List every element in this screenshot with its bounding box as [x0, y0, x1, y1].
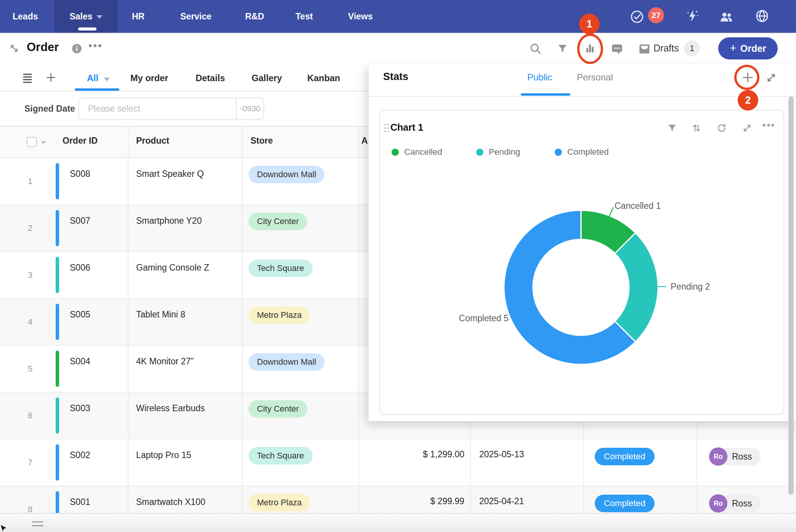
nav-item-test[interactable]: Test — [295, 0, 313, 33]
view-tab-all[interactable]: All — [87, 73, 98, 83]
product-cell[interactable]: Smart Speaker Q — [136, 169, 204, 179]
view-tab-kanban[interactable]: Kanban — [307, 73, 340, 83]
order-id-cell[interactable]: S007 — [70, 216, 90, 226]
table-footer — [0, 513, 796, 532]
expand-table-icon[interactable] — [8, 43, 20, 54]
collaborator-cell[interactable]: Ross Ro — [709, 494, 778, 513]
nav-item-views[interactable]: Views — [348, 0, 373, 33]
order-id-cell[interactable]: S003 — [70, 403, 90, 413]
product-cell[interactable]: Gaming Console Z — [136, 263, 209, 273]
product-cell[interactable]: Laptop Pro 15 — [136, 450, 191, 460]
chevron-down-icon[interactable] — [40, 138, 47, 146]
more-options-icon[interactable]: ••• — [88, 40, 103, 52]
stats-tab-personal[interactable]: Personal — [577, 72, 613, 83]
order-id-cell[interactable]: S001 — [70, 497, 90, 507]
view-tab-details[interactable]: Details — [196, 73, 225, 83]
signed-date-cell[interactable]: 2025-05-13 — [479, 449, 524, 460]
ai-sparkle-icon[interactable] — [685, 9, 700, 23]
legend-item-pending[interactable]: Pending — [476, 147, 520, 157]
globe-icon[interactable] — [755, 9, 769, 23]
donut-chart[interactable]: Cancelled 1Pending 2Completed 5 — [380, 161, 785, 415]
tasks-check-icon[interactable] — [630, 10, 644, 24]
store-tag[interactable]: Metro Plaza — [249, 494, 310, 511]
store-tag[interactable]: Downdown Mall — [249, 166, 324, 183]
column-header-store[interactable]: Store — [250, 136, 273, 146]
product-cell[interactable]: Smartphone Y20 — [136, 216, 202, 226]
store-tag[interactable]: Tech Square — [249, 447, 313, 465]
chart-filter-icon[interactable] — [667, 123, 677, 133]
donut-label-pending: Pending 2 — [671, 282, 710, 292]
chart-expand-icon[interactable] — [742, 123, 753, 133]
comment-icon[interactable] — [611, 43, 623, 55]
summary-handle-icon[interactable] — [32, 521, 43, 529]
order-id-cell[interactable]: S004 — [70, 356, 90, 367]
nav-item-sales[interactable]: Sales — [55, 0, 117, 33]
order-id-cell[interactable]: S005 — [70, 309, 90, 320]
filter-icon[interactable] — [557, 43, 568, 54]
drafts-icon[interactable] — [638, 43, 651, 55]
store-tag[interactable]: Downdown Mall — [249, 353, 324, 371]
status-badge[interactable]: Completed — [595, 495, 655, 512]
table-row[interactable]: 7 S002 Laptop Pro 15 Tech Square $ 1,299… — [0, 439, 796, 486]
status-badge[interactable]: Completed — [595, 448, 655, 465]
column-header-amount-partial[interactable]: A — [361, 136, 368, 146]
column-divider — [358, 126, 359, 513]
order-id-cell[interactable]: S002 — [70, 450, 90, 460]
chart-title: Chart 1 — [390, 122, 423, 133]
store-tag[interactable]: City Center — [249, 400, 307, 418]
collaborator-cell[interactable]: Ross Ro — [709, 447, 778, 466]
nav-item-rd[interactable]: R&D — [245, 0, 264, 33]
page-title: Order — [27, 40, 59, 54]
store-tag[interactable]: City Center — [249, 213, 307, 230]
search-icon[interactable] — [529, 42, 542, 55]
product-cell[interactable]: Smartwatch X100 — [136, 497, 205, 507]
product-cell[interactable]: 4K Monitor 27” — [136, 356, 194, 367]
legend-item-cancelled[interactable]: Cancelled — [392, 147, 442, 157]
store-tag[interactable]: Tech Square — [249, 260, 313, 277]
store-tag[interactable]: Metro Plaza — [249, 306, 310, 324]
add-view-icon[interactable] — [45, 72, 57, 83]
row-status-bar — [56, 210, 59, 246]
view-tab-my-order[interactable]: My order — [130, 73, 168, 83]
row-number: 3 — [22, 270, 38, 280]
order-id-cell[interactable]: S008 — [70, 169, 90, 179]
nav-item-service[interactable]: Service — [180, 0, 212, 33]
nav-item-leads[interactable]: Leads — [13, 0, 38, 33]
info-icon[interactable] — [72, 43, 82, 54]
signed-date-input[interactable]: Please select -0930 — [78, 98, 264, 120]
select-all-checkbox[interactable] — [27, 137, 37, 147]
column-header-order-id[interactable]: Order ID — [63, 136, 98, 146]
drafts-label[interactable]: Drafts — [653, 43, 679, 54]
product-cell[interactable]: Tablet Mini 8 — [136, 309, 185, 320]
expand-stats-icon[interactable] — [766, 72, 777, 83]
chart-card: Chart 1 ••• Cancelled Pending — [379, 110, 784, 415]
add-chart-icon[interactable] — [741, 71, 755, 85]
signed-date-cell[interactable]: 2025-04-21 — [479, 496, 524, 506]
row-status-bar — [56, 257, 59, 293]
product-cell[interactable]: Wireless Earbuds — [136, 403, 205, 413]
stats-tab-public[interactable]: Public — [527, 72, 552, 83]
chart-more-icon[interactable]: ••• — [762, 120, 775, 130]
amount-cell[interactable]: $ 299.99 — [366, 496, 464, 506]
add-order-button[interactable]: + Order — [718, 37, 778, 59]
vertical-scrollbar[interactable] — [788, 96, 794, 495]
drag-handle-icon[interactable] — [384, 123, 390, 133]
view-tab-gallery[interactable]: Gallery — [252, 73, 282, 83]
view-list-icon[interactable] — [21, 72, 34, 83]
collaborators-icon[interactable] — [719, 10, 733, 24]
amount-cell[interactable]: $ 1,299.00 — [366, 449, 464, 460]
order-id-cell[interactable]: S006 — [70, 263, 90, 273]
avatar: Ro — [709, 447, 727, 466]
legend-item-completed[interactable]: Completed — [555, 147, 609, 157]
chart-sort-icon[interactable] — [691, 123, 702, 133]
column-divider — [128, 126, 128, 513]
row-status-bar — [56, 444, 59, 481]
column-header-product[interactable]: Product — [136, 136, 169, 146]
nav-item-hr[interactable]: HR — [132, 0, 144, 33]
stats-chart-icon[interactable] — [584, 42, 596, 54]
date-placeholder: Please select — [88, 104, 236, 114]
column-divider — [242, 126, 243, 513]
notification-badge[interactable]: 27 — [648, 7, 664, 23]
donut-segment-pending[interactable] — [615, 233, 658, 342]
chart-refresh-icon[interactable] — [716, 123, 727, 133]
